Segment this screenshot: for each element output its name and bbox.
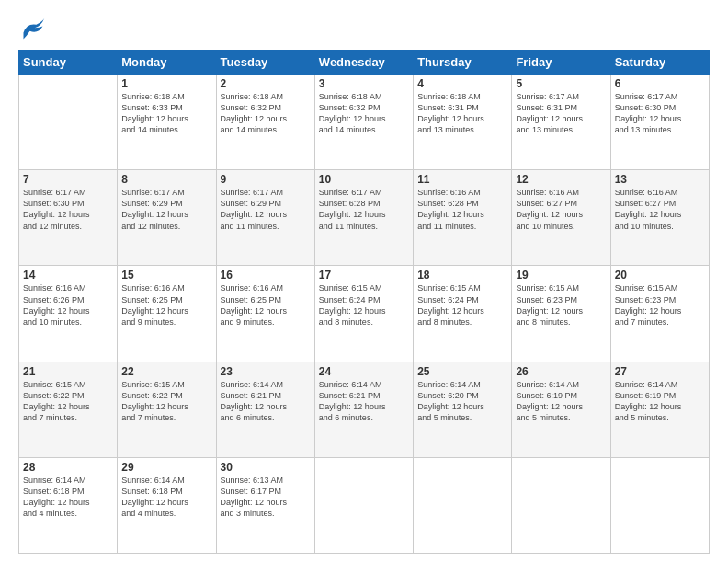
day-number: 1 — [121, 77, 211, 90]
col-header-monday: Monday — [118, 51, 216, 75]
day-info: Sunrise: 6:15 AM Sunset: 6:22 PM Dayligh… — [121, 379, 211, 424]
day-cell: 17Sunrise: 6:15 AM Sunset: 6:24 PM Dayli… — [314, 266, 413, 362]
day-number: 17 — [319, 269, 409, 282]
day-cell: 16Sunrise: 6:16 AM Sunset: 6:25 PM Dayli… — [216, 266, 314, 362]
day-cell: 8Sunrise: 6:17 AM Sunset: 6:29 PM Daylig… — [118, 170, 216, 266]
day-cell: 22Sunrise: 6:15 AM Sunset: 6:22 PM Dayli… — [118, 362, 216, 457]
day-number: 6 — [615, 77, 705, 90]
day-number: 30 — [221, 461, 311, 474]
day-info: Sunrise: 6:14 AM Sunset: 6:21 PM Dayligh… — [319, 379, 409, 424]
day-info: Sunrise: 6:16 AM Sunset: 6:27 PM Dayligh… — [615, 187, 705, 232]
day-cell: 23Sunrise: 6:14 AM Sunset: 6:21 PM Dayli… — [216, 362, 314, 457]
day-info: Sunrise: 6:17 AM Sunset: 6:28 PM Dayligh… — [319, 187, 409, 232]
logo-bird-icon — [20, 17, 46, 42]
day-info: Sunrise: 6:17 AM Sunset: 6:30 PM Dayligh… — [615, 91, 705, 136]
day-cell: 14Sunrise: 6:16 AM Sunset: 6:26 PM Dayli… — [19, 266, 118, 362]
day-number: 16 — [221, 269, 311, 282]
day-number: 12 — [516, 173, 606, 186]
page: SundayMondayTuesdayWednesdayThursdayFrid… — [0, 0, 728, 563]
header-row: SundayMondayTuesdayWednesdayThursdayFrid… — [19, 51, 710, 75]
day-info: Sunrise: 6:14 AM Sunset: 6:20 PM Dayligh… — [417, 379, 507, 424]
day-cell: 1Sunrise: 6:18 AM Sunset: 6:33 PM Daylig… — [118, 75, 216, 170]
day-number: 18 — [417, 269, 507, 282]
day-number: 29 — [121, 461, 211, 474]
day-cell: 2Sunrise: 6:18 AM Sunset: 6:32 PM Daylig… — [216, 75, 314, 170]
week-row-3: 14Sunrise: 6:16 AM Sunset: 6:26 PM Dayli… — [19, 266, 710, 362]
day-number: 2 — [221, 77, 311, 90]
day-info: Sunrise: 6:18 AM Sunset: 6:32 PM Dayligh… — [221, 91, 311, 136]
col-header-tuesday: Tuesday — [216, 51, 314, 75]
day-cell: 10Sunrise: 6:17 AM Sunset: 6:28 PM Dayli… — [314, 170, 413, 266]
day-cell — [512, 457, 610, 553]
day-cell: 7Sunrise: 6:17 AM Sunset: 6:30 PM Daylig… — [19, 170, 118, 266]
day-info: Sunrise: 6:17 AM Sunset: 6:30 PM Dayligh… — [23, 187, 113, 232]
day-info: Sunrise: 6:16 AM Sunset: 6:27 PM Dayligh… — [516, 187, 606, 232]
logo — [18, 17, 46, 42]
day-number: 7 — [23, 173, 113, 186]
day-info: Sunrise: 6:18 AM Sunset: 6:33 PM Dayligh… — [121, 91, 211, 136]
col-header-saturday: Saturday — [610, 51, 709, 75]
day-info: Sunrise: 6:18 AM Sunset: 6:32 PM Dayligh… — [319, 91, 409, 136]
day-info: Sunrise: 6:17 AM Sunset: 6:31 PM Dayligh… — [516, 91, 606, 136]
day-info: Sunrise: 6:16 AM Sunset: 6:25 PM Dayligh… — [121, 282, 211, 327]
day-info: Sunrise: 6:15 AM Sunset: 6:24 PM Dayligh… — [417, 282, 507, 327]
day-info: Sunrise: 6:16 AM Sunset: 6:26 PM Dayligh… — [23, 282, 113, 327]
day-number: 3 — [319, 77, 409, 90]
day-cell: 5Sunrise: 6:17 AM Sunset: 6:31 PM Daylig… — [512, 75, 610, 170]
col-header-wednesday: Wednesday — [314, 51, 413, 75]
day-cell: 3Sunrise: 6:18 AM Sunset: 6:32 PM Daylig… — [314, 75, 413, 170]
day-cell: 28Sunrise: 6:14 AM Sunset: 6:18 PM Dayli… — [19, 457, 118, 553]
day-cell: 15Sunrise: 6:16 AM Sunset: 6:25 PM Dayli… — [118, 266, 216, 362]
col-header-thursday: Thursday — [414, 51, 512, 75]
day-cell: 21Sunrise: 6:15 AM Sunset: 6:22 PM Dayli… — [19, 362, 118, 457]
day-info: Sunrise: 6:16 AM Sunset: 6:28 PM Dayligh… — [417, 187, 507, 232]
day-cell: 18Sunrise: 6:15 AM Sunset: 6:24 PM Dayli… — [414, 266, 512, 362]
week-row-4: 21Sunrise: 6:15 AM Sunset: 6:22 PM Dayli… — [19, 362, 710, 457]
day-cell: 4Sunrise: 6:18 AM Sunset: 6:31 PM Daylig… — [414, 75, 512, 170]
day-cell: 20Sunrise: 6:15 AM Sunset: 6:23 PM Dayli… — [610, 266, 709, 362]
day-cell: 24Sunrise: 6:14 AM Sunset: 6:21 PM Dayli… — [314, 362, 413, 457]
col-header-friday: Friday — [512, 51, 610, 75]
day-cell: 13Sunrise: 6:16 AM Sunset: 6:27 PM Dayli… — [610, 170, 709, 266]
day-info: Sunrise: 6:14 AM Sunset: 6:19 PM Dayligh… — [516, 379, 606, 424]
day-number: 27 — [615, 365, 705, 378]
day-cell: 26Sunrise: 6:14 AM Sunset: 6:19 PM Dayli… — [512, 362, 610, 457]
day-info: Sunrise: 6:15 AM Sunset: 6:23 PM Dayligh… — [516, 282, 606, 327]
day-cell: 25Sunrise: 6:14 AM Sunset: 6:20 PM Dayli… — [414, 362, 512, 457]
day-info: Sunrise: 6:15 AM Sunset: 6:22 PM Dayligh… — [23, 379, 113, 424]
day-number: 25 — [417, 365, 507, 378]
day-cell: 27Sunrise: 6:14 AM Sunset: 6:19 PM Dayli… — [610, 362, 709, 457]
day-info: Sunrise: 6:14 AM Sunset: 6:18 PM Dayligh… — [23, 475, 113, 520]
day-number: 5 — [516, 77, 606, 90]
day-number: 20 — [615, 269, 705, 282]
day-number: 15 — [121, 269, 211, 282]
day-cell — [19, 75, 118, 170]
day-number: 14 — [23, 269, 113, 282]
week-row-5: 28Sunrise: 6:14 AM Sunset: 6:18 PM Dayli… — [19, 457, 710, 553]
day-number: 8 — [121, 173, 211, 186]
day-cell — [414, 457, 512, 553]
day-info: Sunrise: 6:17 AM Sunset: 6:29 PM Dayligh… — [221, 187, 311, 232]
day-info: Sunrise: 6:13 AM Sunset: 6:17 PM Dayligh… — [221, 475, 311, 520]
day-number: 21 — [23, 365, 113, 378]
week-row-1: 1Sunrise: 6:18 AM Sunset: 6:33 PM Daylig… — [19, 75, 710, 170]
day-info: Sunrise: 6:15 AM Sunset: 6:23 PM Dayligh… — [615, 282, 705, 327]
day-cell — [610, 457, 709, 553]
week-row-2: 7Sunrise: 6:17 AM Sunset: 6:30 PM Daylig… — [19, 170, 710, 266]
day-info: Sunrise: 6:17 AM Sunset: 6:29 PM Dayligh… — [121, 187, 211, 232]
day-number: 19 — [516, 269, 606, 282]
day-cell — [314, 457, 413, 553]
day-info: Sunrise: 6:14 AM Sunset: 6:18 PM Dayligh… — [121, 475, 211, 520]
day-number: 9 — [221, 173, 311, 186]
day-number: 23 — [221, 365, 311, 378]
day-info: Sunrise: 6:16 AM Sunset: 6:25 PM Dayligh… — [221, 282, 311, 327]
day-cell: 19Sunrise: 6:15 AM Sunset: 6:23 PM Dayli… — [512, 266, 610, 362]
day-cell: 9Sunrise: 6:17 AM Sunset: 6:29 PM Daylig… — [216, 170, 314, 266]
calendar: SundayMondayTuesdayWednesdayThursdayFrid… — [18, 50, 710, 554]
day-number: 10 — [319, 173, 409, 186]
day-number: 11 — [417, 173, 507, 186]
header — [18, 17, 710, 42]
day-cell: 12Sunrise: 6:16 AM Sunset: 6:27 PM Dayli… — [512, 170, 610, 266]
day-number: 28 — [23, 461, 113, 474]
day-number: 24 — [319, 365, 409, 378]
